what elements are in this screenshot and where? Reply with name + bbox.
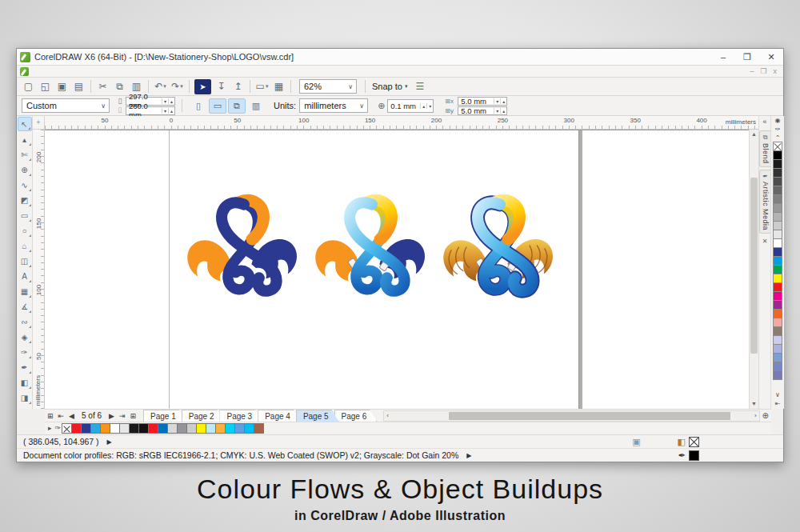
horizontal-scrollbar[interactable]: ‹ › [383,410,759,422]
doc-restore-button[interactable]: ❐ [760,67,766,75]
doc-close-button[interactable]: x [774,67,778,75]
spin-up-icon[interactable]: ▴ [168,108,174,114]
docker-tab-blend[interactable]: ⧉Blend [759,130,770,167]
spin-down-icon[interactable]: ▾ [426,103,433,109]
chevron-down-icon[interactable]: ▾ [266,83,269,90]
outline-pen-tool[interactable]: ✒ [18,360,32,374]
page-tab-page-3[interactable]: Page 3 [219,410,262,422]
spin-up-icon[interactable]: ▴ [500,108,506,114]
page-tab-page-2[interactable]: Page 2 [182,410,225,422]
cut-button[interactable]: ✂ [94,79,111,94]
spin-up-icon[interactable]: ▴ [168,98,174,104]
page-preset-combo[interactable]: Custom ∨ [22,98,110,113]
no-color-swatch[interactable] [773,142,782,151]
spin-up-icon[interactable]: ▴ [500,98,506,104]
open-button[interactable]: ◱ [37,79,54,94]
landscape-button[interactable]: ▭ [209,98,226,114]
docker-tab-artistic-media[interactable]: ✒Artistic Media [759,170,770,234]
logo-detailed-version[interactable] [441,191,554,318]
connector-tool[interactable]: ∾ [18,314,32,329]
import-button[interactable]: ↧ [213,79,230,94]
add-page-icon[interactable]: ⊞ [45,412,56,420]
scroll-right-icon[interactable]: › [752,412,759,419]
table-tool[interactable]: ▦ [18,284,32,298]
interactive-fill-tool[interactable]: ◨ [18,390,32,405]
ellipse-tool[interactable]: ○ [18,223,32,238]
next-page-icon[interactable]: ▶ [106,412,117,420]
last-page-icon[interactable]: ⇥ [117,412,128,420]
fill-tool[interactable]: ◧ [18,375,32,390]
navigator-icon[interactable]: ⊕ [760,411,771,420]
ruler-origin[interactable]: + [33,116,45,130]
vertical-scroll-thumb[interactable] [750,178,758,354]
redo-button[interactable]: ↷▾ [169,79,186,94]
no-color-swatch[interactable] [62,423,72,434]
palette-expand-icon[interactable]: ⇤ [775,399,781,408]
page-tab-page-5[interactable]: Page 5 [296,410,339,422]
page-tab-page-6[interactable]: Page 6 [334,410,378,422]
horizontal-ruler[interactable]: 50050100150200250300350400 millimeters [45,116,758,130]
current-page-button[interactable]: ▥ [247,98,265,114]
view-mode-button[interactable]: ▭▾ [254,79,270,94]
page-height-field[interactable]: 260.0 mm ▾▴ [126,106,175,115]
freehand-tool[interactable]: ∿ [18,178,32,192]
chevron-down-icon[interactable]: ▾ [163,83,166,90]
scroll-down-icon[interactable]: ▼ [750,399,758,409]
snap-to-button[interactable]: Snap to ▾ [369,79,410,94]
rectangle-tool[interactable]: ▭ [18,208,32,222]
outline-color-indicator[interactable] [689,450,699,461]
flyout-icon[interactable]: ▶ [107,438,112,446]
dimension-tool[interactable]: ∡ [18,299,32,314]
previous-page-icon[interactable]: ◀ [66,412,77,420]
fill-color-indicator[interactable] [689,437,699,447]
vertical-ruler[interactable]: 20015010050 millimeters [33,130,45,409]
eyedropper-icon[interactable]: ✑ [775,125,781,134]
smart-fill-tool[interactable]: ◩ [18,193,32,207]
polygon-tool[interactable]: ⌂ [18,238,32,253]
print-button[interactable]: ▤ [70,79,87,94]
palette-flyout-icon[interactable]: ◉ [775,116,781,125]
docker-close-icon[interactable]: ✕ [762,238,768,245]
flyout-icon[interactable]: ▶ [466,452,471,459]
save-button[interactable]: ▣ [54,79,70,94]
document-color-swatch[interactable] [254,423,264,434]
new-document-button[interactable]: ▢ [20,79,37,94]
spin-down-icon[interactable]: ▾ [494,98,500,104]
color-swatch[interactable] [773,370,782,380]
units-combo[interactable]: millimeters ∨ [299,98,368,113]
options-icon[interactable]: ☰ [415,81,424,92]
spin-down-icon[interactable]: ▾ [162,98,168,104]
add-page-icon[interactable]: ⊞ [128,412,139,420]
chevron-down-icon[interactable]: ▾ [180,83,183,90]
shape-tool[interactable]: ▴ [18,132,32,146]
flyout-icon[interactable]: ▸ [46,424,54,433]
nudge-field[interactable]: 0.1 mm ▴▾ [387,99,434,113]
zoom-tool[interactable]: ⊕ [18,162,32,177]
minimize-button[interactable]: – [711,49,735,65]
duplicate-y-field[interactable]: 5.0 mm ▾▴ [458,106,507,115]
close-button[interactable]: ✕ [759,49,783,65]
copy-button[interactable]: ⧉ [111,79,128,94]
vertical-scrollbar[interactable]: ▲ ▼ [749,130,758,409]
proof-colors-icon[interactable]: ▣ [632,437,640,447]
all-pages-button[interactable]: ⧉ [228,98,246,114]
logo-gradient-version[interactable] [313,191,426,318]
horizontal-scroll-thumb[interactable] [449,412,730,420]
first-page-icon[interactable]: ⇤ [56,412,67,420]
spin-up-icon[interactable]: ▴ [420,103,426,109]
scroll-up-icon[interactable]: ▲ [750,130,758,139]
spin-down-icon[interactable]: ▾ [162,108,168,114]
page-tab-page-4[interactable]: Page 4 [258,410,301,422]
drawing-canvas[interactable] [45,130,749,409]
crop-tool[interactable]: ✄ [18,147,32,162]
duplicate-x-field[interactable]: 5.0 mm ▾▴ [458,97,507,106]
welcome-screen-button[interactable]: ▦ [270,79,287,94]
pick-tool[interactable]: ↖ [18,117,32,131]
logo-flat-version[interactable] [185,191,298,318]
basic-shapes-tool[interactable]: ◫ [18,254,32,268]
doc-minimize-button[interactable]: – [750,67,754,75]
palette-scroll-down-icon[interactable]: ∨ [775,390,780,399]
docker-collapse-icon[interactable]: « [762,116,766,130]
export-button[interactable]: ↥ [230,79,246,94]
color-eyedropper-tool[interactable]: ✑ [18,345,32,359]
